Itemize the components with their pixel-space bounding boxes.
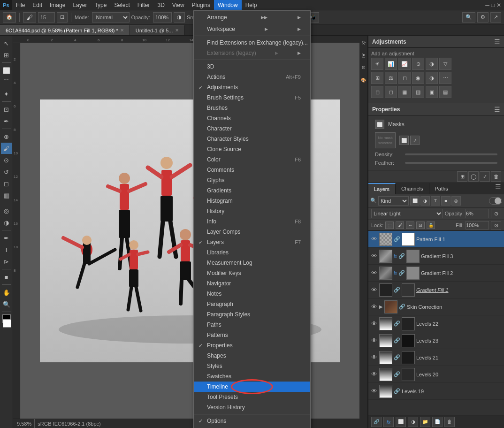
tool-path-select[interactable]: ⊳ — [1, 256, 12, 267]
layer-row-levels-21[interactable]: 👁 🔗 Levels 21 — [368, 349, 504, 366]
close-btn[interactable]: ✕ — [496, 2, 501, 8]
menu-image[interactable]: Image — [46, 0, 69, 10]
adj-huesat[interactable]: ▽ — [439, 58, 451, 70]
layer-visibility-2[interactable]: 👁 — [370, 252, 378, 260]
layer-visibility-3[interactable]: 👁 — [370, 269, 378, 277]
layer-visibility-8[interactable]: 👁 — [370, 354, 378, 361]
menu-channels[interactable]: Channels — [194, 113, 310, 123]
delete-layer-btn[interactable]: 🗑 — [444, 417, 455, 427]
menu-info[interactable]: Info F8 — [194, 216, 310, 227]
prop-btn[interactable]: ⊡ — [360, 62, 367, 73]
adj-vibrance[interactable]: ◑ — [426, 58, 438, 70]
adj-bw[interactable]: ⚖ — [385, 72, 397, 84]
menu-properties[interactable]: Properties — [194, 340, 310, 351]
tool-dodge[interactable]: ◑ — [1, 217, 12, 228]
menu-options[interactable]: Options — [194, 416, 310, 426]
menu-brushes[interactable]: Brushes — [194, 103, 310, 113]
menu-patterns[interactable]: Patterns — [194, 330, 310, 340]
tab-2[interactable]: Untitled-1 @ 5... ✕ — [130, 25, 185, 35]
layer-visibility-9[interactable]: 👁 — [370, 371, 378, 378]
menu-history[interactable]: History — [194, 206, 310, 216]
tool-clone[interactable]: ⊙ — [1, 154, 12, 166]
share-btn[interactable]: ↗ — [490, 12, 501, 23]
adj-gradmap[interactable]: ▥ — [412, 86, 424, 98]
blend-mode-dropdown[interactable]: Linear Light — [371, 209, 443, 218]
adj-posterize[interactable]: ◻ — [385, 86, 397, 98]
ai-btn[interactable]: AI — [360, 50, 367, 61]
opacity-toggle-btn[interactable]: ⊙ — [491, 209, 501, 218]
adj-colorbal[interactable]: ⊞ — [371, 72, 383, 84]
tool-zoom[interactable]: 🔍 — [1, 298, 12, 310]
layer-folder-arrow[interactable]: ▶ — [379, 304, 383, 309]
layer-visibility-4[interactable]: 👁 — [370, 286, 378, 294]
layer-row-gradient-fill-2[interactable]: 👁 fx 🔗 Gradient Fill 2 — [368, 265, 504, 282]
layer-row-gradient-fill-1[interactable]: 👁 🔗 Gradient Fill 1 — [368, 282, 504, 298]
tool-blur[interactable]: ◎ — [1, 205, 12, 216]
menu-3d[interactable]: 3D — [194, 61, 310, 72]
tool-brush[interactable]: 🖌 — [1, 143, 12, 154]
filter-shape[interactable]: ■ — [441, 196, 451, 206]
menu-adjustments[interactable]: Adjustments — [194, 82, 310, 92]
minimize-btn[interactable]: ─ — [485, 2, 489, 8]
layer-visibility-1[interactable]: 👁 — [370, 236, 378, 243]
new-group-btn[interactable]: 📁 — [420, 417, 430, 427]
tool-eraser[interactable]: ◻ — [1, 178, 12, 189]
menu-arrange[interactable]: Arrange ▶ — [194, 11, 310, 24]
menu-extensions-exchange[interactable]: Find Extensions on Exchange (legacy)... — [194, 38, 310, 48]
layer-row-skin-correction[interactable]: 👁 ▶ 🔗 Skin Correction — [368, 298, 504, 315]
tool-pen[interactable]: ✒ — [1, 232, 12, 244]
apply-mask-btn[interactable]: ✓ — [480, 171, 490, 182]
menu-modifier-keys[interactable]: Modifier Keys — [194, 268, 310, 278]
menu-glyphs[interactable]: Glyphs — [194, 175, 310, 185]
lock-artboard[interactable]: ⊡ — [416, 222, 425, 229]
tool-rect-select[interactable]: ⬜ — [1, 65, 12, 76]
menu-measurement-log[interactable]: Measurement Log — [194, 258, 310, 268]
fill-toggle-btn[interactable]: ⊙ — [491, 221, 501, 229]
layer-row-levels-22[interactable]: 👁 🔗 Levels 22 — [368, 315, 504, 332]
menu-paragraph[interactable]: Paragraph — [194, 299, 310, 309]
tools-btn[interactable]: ⚙ — [477, 12, 489, 23]
menu-type[interactable]: Type — [91, 0, 110, 10]
menu-filter[interactable]: Filter — [134, 0, 154, 10]
background-color[interactable] — [3, 319, 11, 328]
tool-type[interactable]: T — [1, 244, 12, 255]
menu-view[interactable]: View — [168, 0, 188, 10]
layer-row-gradient-fill-3[interactable]: 👁 fx 🔗 Gradient Fill 3 — [368, 248, 504, 265]
kind-dropdown[interactable]: Kind — [378, 196, 409, 206]
tool-spot-heal[interactable]: ⊕ — [1, 131, 12, 142]
adj-exposure[interactable]: ⊙ — [412, 58, 424, 70]
tab-2-close[interactable]: ✕ — [175, 28, 179, 33]
lock-image[interactable]: 🖌 — [396, 222, 404, 229]
layer-effects-btn[interactable]: fx — [383, 417, 394, 427]
tab-1-close[interactable]: ✕ — [120, 28, 124, 33]
adj-brightness[interactable]: ☀ — [371, 58, 383, 70]
tool-crop[interactable]: ⊡ — [1, 104, 12, 115]
filter-pixel[interactable]: ⬜ — [410, 196, 420, 206]
layer-row-pattern-fill-1[interactable]: 👁 🔗 Pattern Fill 1 — [368, 231, 504, 248]
add-pixel-mask-btn[interactable]: ⊞ — [457, 171, 467, 182]
adj-levels[interactable]: 📊 — [385, 58, 397, 70]
adjustments-panel-header[interactable]: Adjustments ☰ — [368, 36, 504, 48]
menu-histogram[interactable]: Histogram — [194, 196, 310, 206]
lock-all[interactable]: 🔒 — [427, 222, 435, 229]
tool-artboard[interactable]: ⊞ — [1, 49, 12, 61]
tab-layers[interactable]: Layers — [368, 183, 396, 194]
adj-menu-icon[interactable]: ☰ — [494, 38, 500, 46]
filter-smart[interactable]: ◎ — [451, 196, 461, 206]
lock-position[interactable]: ↔ — [406, 222, 414, 229]
menu-paragraph-styles[interactable]: Paragraph Styles — [194, 309, 310, 320]
opacity-field[interactable] — [466, 209, 489, 218]
filter-adjust[interactable]: ◑ — [420, 196, 430, 206]
menu-styles[interactable]: Styles — [194, 361, 310, 371]
link-layers-btn[interactable]: 🔗 — [371, 417, 382, 427]
fx-btn[interactable]: fx — [360, 38, 367, 49]
layers-menu-icon[interactable]: ☰ — [492, 183, 504, 194]
opacity-toggle[interactable]: ◑ — [174, 12, 185, 23]
tool-shape[interactable]: ■ — [1, 271, 12, 283]
adj-curves[interactable]: 📈 — [398, 58, 411, 70]
menu-timeline[interactable]: Timeline — [194, 382, 310, 392]
tab-channels[interactable]: Channels — [396, 183, 429, 194]
menu-navigator[interactable]: Navigator — [194, 278, 310, 289]
menu-gradients[interactable]: Gradients — [194, 185, 310, 196]
lock-transparent[interactable]: ⬚ — [385, 222, 394, 229]
